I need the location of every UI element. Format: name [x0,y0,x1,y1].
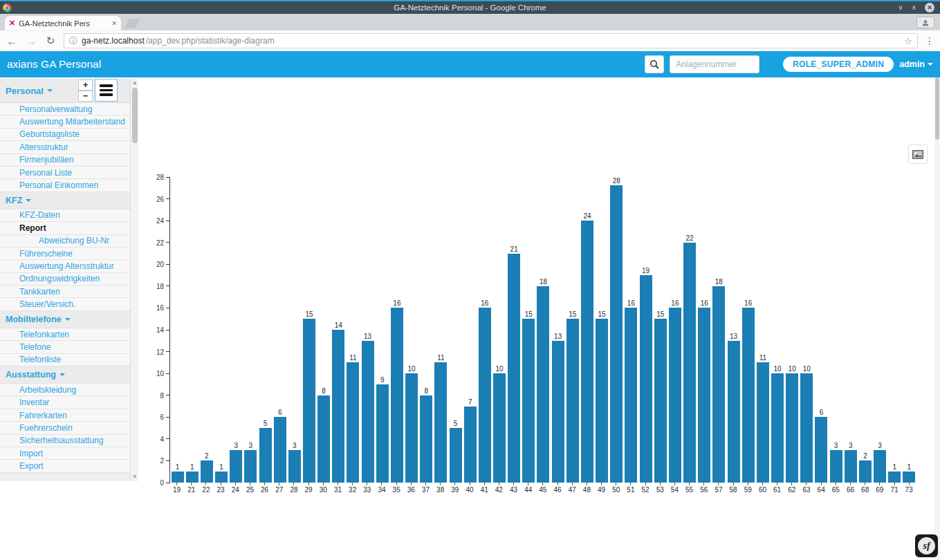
bar[interactable] [317,395,330,483]
bar[interactable] [332,330,344,483]
zoom-in-button[interactable]: + [78,80,93,91]
sidebar-item[interactable]: Abweichung BU-Nr [0,235,130,248]
bar[interactable] [830,450,842,483]
forward-icon[interactable]: → [25,35,37,47]
sidebar-item[interactable]: Import [0,447,130,460]
sidebar-item[interactable]: Firmenjubiläen [0,154,130,167]
bar[interactable] [186,472,199,483]
bar[interactable] [888,472,901,483]
page-info-icon[interactable]: ⓘ [69,35,77,47]
bar[interactable] [786,373,798,483]
bar[interactable] [347,362,359,483]
bar[interactable] [201,460,213,483]
bar[interactable] [698,308,710,483]
bar[interactable] [537,286,549,483]
browser-tab[interactable]: ✕ GA-Netztechnik Pers ✕ [5,16,121,30]
bar[interactable] [728,341,740,483]
tab-close-icon[interactable]: ✕ [111,20,117,27]
sidebar-item[interactable]: Auswertung Altersstruktur [0,260,130,272]
sidebar-item[interactable]: Auswertung Mitarbeiterstand [0,115,130,128]
sidebar-item[interactable]: Altersstruktur [0,141,130,153]
export-chart-button[interactable] [908,144,928,164]
bar[interactable] [479,308,491,483]
sidebar-item[interactable]: Personal Einkommen [0,179,130,192]
bar[interactable] [566,319,579,483]
bar[interactable] [391,308,403,483]
bar[interactable] [874,450,886,483]
back-icon[interactable]: ← [6,35,18,47]
scrollbar-thumb[interactable] [132,88,138,143]
sidebar-section-header[interactable]: Ausstattung [0,366,130,384]
sidebar-item[interactable]: Export [0,460,130,472]
bar[interactable] [493,373,506,483]
browser-profile-button[interactable] [916,17,934,28]
sidebar-item[interactable]: Arbeitskleidung [0,384,130,396]
sidebar-scrollbar[interactable]: ▲ ▼ [130,79,138,481]
sidebar-section-header[interactable]: Mobiltelefone [0,311,130,328]
bar[interactable] [274,417,286,483]
bar[interactable] [434,362,447,483]
bar[interactable] [552,341,564,483]
sidebar-item[interactable]: Tankkarten [0,286,130,298]
bar[interactable] [757,362,769,483]
bar[interactable] [464,407,477,483]
bar[interactable] [522,319,535,483]
bar[interactable] [800,373,813,483]
new-tab-button[interactable] [125,19,140,28]
bar[interactable] [596,319,608,483]
sidebar-section-header[interactable]: KFZ [0,192,130,209]
window-maximize-icon[interactable]: ∧ [912,4,916,11]
bookmark-star-icon[interactable]: ☆ [904,36,912,46]
sidebar-item[interactable]: KFZ-Daten [0,209,130,222]
bar[interactable] [669,308,681,483]
bar[interactable] [859,460,872,483]
bar[interactable] [640,275,652,483]
bar[interactable] [244,450,257,483]
sidebar-item[interactable]: Telefonkarten [0,328,130,341]
browser-menu-icon[interactable]: ⋮ [925,35,934,46]
bar[interactable] [581,221,593,483]
user-menu[interactable]: admin [899,59,933,69]
bar[interactable] [230,450,242,483]
bar[interactable] [903,472,915,483]
window-close-icon[interactable]: ✕ [925,3,934,12]
symfony-profiler-button[interactable]: sf [915,534,938,557]
sidebar-section-personal[interactable]: Personal [0,86,53,96]
bar[interactable] [654,319,667,483]
bar[interactable] [742,308,755,483]
sidebar-item[interactable]: Führerscheine [0,248,130,260]
bar[interactable] [288,450,301,483]
page-scrollbar[interactable] [934,77,940,560]
sidebar-item[interactable]: Geburtstagsliste [0,129,130,141]
reload-icon[interactable]: ↻ [44,35,57,47]
bar[interactable] [259,428,272,483]
bar[interactable] [815,417,827,483]
bar[interactable] [405,373,418,483]
sidebar-item[interactable]: Ordnungswidrigkeiten [0,273,130,286]
sidebar-item[interactable]: Telefonliste [0,354,130,366]
zoom-out-button[interactable]: − [78,91,93,102]
bar[interactable] [376,384,389,483]
menu-toggle-button[interactable] [95,79,118,102]
bar[interactable] [771,373,784,483]
scrollbar-thumb[interactable] [935,77,939,140]
sidebar-item[interactable]: Report [0,222,130,234]
bar[interactable] [845,450,857,483]
sidebar-item[interactable]: Personalverwaltung [0,103,130,115]
sidebar-item[interactable]: Personal Liste [0,167,130,179]
bar[interactable] [712,286,725,483]
bar[interactable] [610,185,623,483]
window-minimize-icon[interactable]: ∨ [898,4,903,11]
search-input[interactable] [670,55,759,73]
bar[interactable] [420,395,432,483]
sidebar-item[interactable]: Inventar [0,396,130,409]
url-bar[interactable]: ⓘ ga-netz.localhost/app_dev.php/statisti… [64,33,918,48]
bar[interactable] [508,254,520,483]
search-button[interactable] [645,55,664,73]
bar[interactable] [625,308,637,483]
bar[interactable] [450,428,462,483]
bar[interactable] [215,472,228,483]
sidebar-item[interactable]: Fahrerkarten [0,409,130,422]
bar[interactable] [303,319,315,483]
scroll-up-icon[interactable]: ▲ [131,79,139,87]
